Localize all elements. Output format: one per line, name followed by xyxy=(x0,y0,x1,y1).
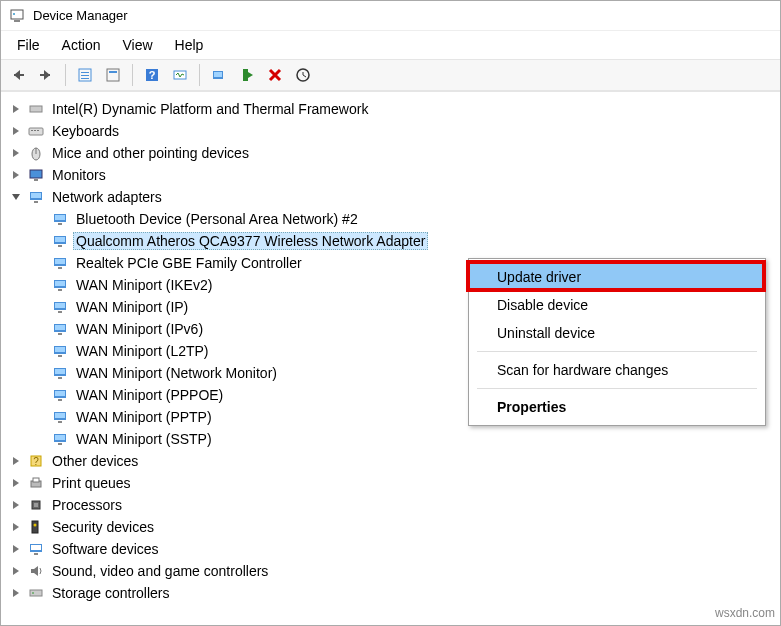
network-adapter-icon xyxy=(51,255,69,271)
expand-icon[interactable] xyxy=(9,586,23,600)
network-icon xyxy=(27,189,45,205)
svg-rect-74 xyxy=(30,590,42,596)
svg-rect-66 xyxy=(33,478,39,482)
help-button[interactable]: ? xyxy=(139,62,165,88)
svg-text:?: ? xyxy=(149,69,156,81)
svg-rect-43 xyxy=(55,303,65,308)
tree-item-processors[interactable]: Processors xyxy=(5,494,780,516)
expand-icon[interactable] xyxy=(9,146,23,160)
tree-label: Sound, video and game controllers xyxy=(49,562,271,580)
expand-icon[interactable] xyxy=(9,454,23,468)
expand-icon[interactable] xyxy=(9,168,23,182)
svg-rect-21 xyxy=(34,130,36,131)
ctx-disable-device[interactable]: Disable device xyxy=(469,291,765,319)
expand-icon[interactable] xyxy=(9,564,23,578)
toolbar-separator xyxy=(199,64,200,86)
tree-item-sound[interactable]: Sound, video and game controllers xyxy=(5,560,780,582)
ctx-separator xyxy=(477,351,757,352)
tree-item-wan-sstp[interactable]: WAN Miniport (SSTP) xyxy=(29,428,780,450)
tree-label: Realtek PCIe GBE Family Controller xyxy=(73,254,305,272)
tree-label: Software devices xyxy=(49,540,162,558)
expand-icon[interactable] xyxy=(9,476,23,490)
svg-rect-58 xyxy=(55,413,65,418)
tree-item-mice[interactable]: Mice and other pointing devices xyxy=(5,142,780,164)
menu-action[interactable]: Action xyxy=(52,33,111,57)
tree-label: Qualcomm Atheros QCA9377 Wireless Networ… xyxy=(73,232,428,250)
svg-rect-44 xyxy=(58,311,62,313)
tree-label: Print queues xyxy=(49,474,134,492)
svg-rect-69 xyxy=(32,521,38,533)
keyboard-icon xyxy=(27,123,45,139)
tree-label: WAN Miniport (IKEv2) xyxy=(73,276,215,294)
tree-label: WAN Miniport (IPv6) xyxy=(73,320,206,338)
svg-rect-28 xyxy=(31,193,41,198)
ctx-scan-hardware[interactable]: Scan for hardware changes xyxy=(469,356,765,384)
tree-item-security-devices[interactable]: Security devices xyxy=(5,516,780,538)
menu-help[interactable]: Help xyxy=(165,33,214,57)
menu-file[interactable]: File xyxy=(7,33,50,57)
properties-button[interactable] xyxy=(100,62,126,88)
ctx-uninstall-device[interactable]: Uninstall device xyxy=(469,319,765,347)
tree-item-monitors[interactable]: Monitors xyxy=(5,164,780,186)
toolbar: ? xyxy=(1,59,780,91)
sound-icon xyxy=(27,563,45,579)
svg-rect-34 xyxy=(55,237,65,242)
tree-item-other-devices[interactable]: ?Other devices xyxy=(5,450,780,472)
tree-item-storage[interactable]: Storage controllers xyxy=(5,582,780,604)
tree-item-keyboards[interactable]: Keyboards xyxy=(5,120,780,142)
expand-icon[interactable] xyxy=(9,102,23,116)
tree-label: WAN Miniport (SSTP) xyxy=(73,430,215,448)
tree-label: Storage controllers xyxy=(49,584,173,602)
tree-item-network-adapters[interactable]: Network adapters xyxy=(5,186,780,208)
svg-rect-49 xyxy=(55,347,65,352)
enable-device-button[interactable] xyxy=(234,62,260,88)
menu-bar: File Action View Help xyxy=(1,31,780,59)
expand-icon[interactable] xyxy=(9,498,23,512)
expand-icon[interactable] xyxy=(9,124,23,138)
network-adapter-icon xyxy=(51,431,69,447)
network-adapter-icon xyxy=(51,321,69,337)
svg-point-70 xyxy=(34,524,37,527)
tree-item-bluetooth-device[interactable]: Bluetooth Device (Personal Area Network)… xyxy=(29,208,780,230)
tree-label: Other devices xyxy=(49,452,141,470)
watermark: wsxdn.com xyxy=(715,606,775,620)
svg-rect-72 xyxy=(31,545,41,550)
ctx-properties[interactable]: Properties xyxy=(469,393,765,421)
svg-rect-19 xyxy=(29,128,43,135)
svg-rect-0 xyxy=(11,10,23,19)
device-icon xyxy=(27,101,45,117)
tree-label: WAN Miniport (PPPOE) xyxy=(73,386,226,404)
forward-button[interactable] xyxy=(33,62,59,88)
window-title: Device Manager xyxy=(33,8,128,23)
app-icon xyxy=(9,8,25,24)
back-button[interactable] xyxy=(5,62,31,88)
tree-item-intel-dynamic[interactable]: Intel(R) Dynamic Platform and Thermal Fr… xyxy=(5,98,780,120)
svg-rect-10 xyxy=(109,71,117,73)
tree-item-qualcomm-atheros[interactable]: Qualcomm Atheros QCA9377 Wireless Networ… xyxy=(29,230,780,252)
svg-rect-56 xyxy=(58,399,62,401)
network-adapter-icon xyxy=(51,233,69,249)
svg-rect-59 xyxy=(58,421,62,423)
tree-label: Monitors xyxy=(49,166,109,184)
svg-rect-3 xyxy=(14,74,24,76)
svg-rect-41 xyxy=(58,289,62,291)
update-driver-button[interactable] xyxy=(206,62,232,88)
svg-rect-9 xyxy=(107,69,119,81)
tree-item-print-queues[interactable]: Print queues xyxy=(5,472,780,494)
collapse-icon[interactable] xyxy=(9,190,23,204)
scan-hardware-button[interactable] xyxy=(167,62,193,88)
disable-device-button[interactable] xyxy=(290,62,316,88)
network-adapter-icon xyxy=(51,343,69,359)
context-menu: Update driver Disable device Uninstall d… xyxy=(468,258,766,426)
expand-icon[interactable] xyxy=(9,542,23,556)
tree-label: Intel(R) Dynamic Platform and Thermal Fr… xyxy=(49,100,371,118)
show-hide-tree-button[interactable] xyxy=(72,62,98,88)
network-adapter-icon xyxy=(51,409,69,425)
expand-icon[interactable] xyxy=(9,520,23,534)
svg-point-2 xyxy=(13,13,15,15)
menu-view[interactable]: View xyxy=(112,33,162,57)
uninstall-device-button[interactable] xyxy=(262,62,288,88)
svg-rect-8 xyxy=(81,78,89,79)
ctx-update-driver[interactable]: Update driver xyxy=(469,263,765,291)
tree-item-software-devices[interactable]: Software devices xyxy=(5,538,780,560)
